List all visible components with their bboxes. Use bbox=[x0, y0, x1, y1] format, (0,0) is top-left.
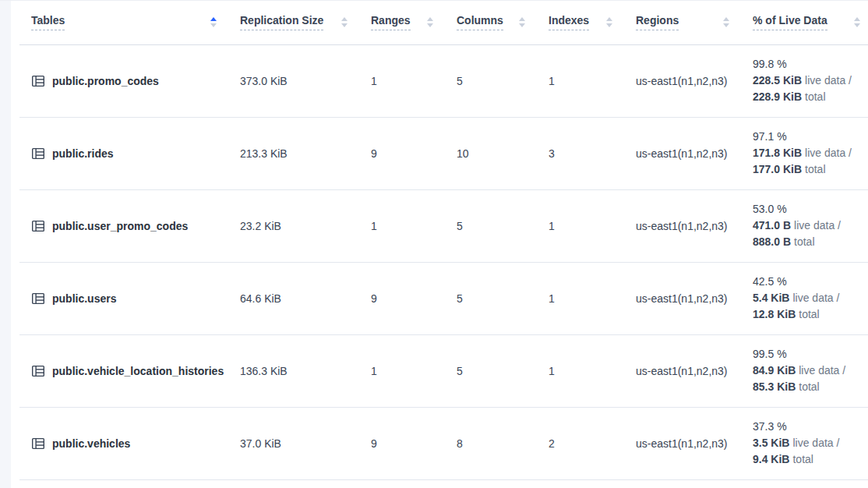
live-data-cell: 53.0 % 471.0 Blive data / 888.0 Btotal bbox=[746, 189, 868, 262]
table-icon bbox=[31, 437, 45, 451]
sort-icon[interactable] bbox=[341, 17, 348, 27]
live-data-cell: 37.3 % 3.5 KiBlive data / 9.4 KiBtotal bbox=[746, 407, 868, 479]
column-header-replication-size[interactable]: Replication Size bbox=[234, 1, 365, 44]
column-header-label: Ranges bbox=[371, 14, 411, 30]
table-name-link[interactable]: public.vehicles bbox=[52, 437, 130, 450]
table-header-row: Tables Replication Size Ranges bbox=[19, 1, 868, 44]
table-row: public.vehicle_location_histories 136.3 … bbox=[19, 334, 868, 407]
regions-cell: us-east1(n1,n2,n3) bbox=[630, 407, 746, 479]
indexes-cell: 1 bbox=[542, 44, 630, 117]
live-size-line: 5.4 KiBlive data / bbox=[753, 290, 862, 306]
columns-cell: 5 bbox=[450, 189, 542, 262]
table-name-link[interactable]: public.vehicle_location_histories bbox=[52, 365, 224, 377]
live-data-cell: 42.5 % 5.4 KiBlive data / 12.8 KiBtotal bbox=[746, 262, 868, 334]
column-header-label: Columns bbox=[457, 14, 503, 30]
column-header-label: Indexes bbox=[549, 14, 589, 30]
table-row: public.promo_codes 373.0 KiB 1 5 1 us-ea… bbox=[19, 44, 868, 117]
table-icon bbox=[31, 74, 45, 88]
total-size-line: 85.3 KiBtotal bbox=[753, 379, 862, 395]
indexes-cell: 1 bbox=[542, 262, 630, 334]
replication-size-cell: 64.6 KiB bbox=[234, 262, 365, 334]
live-percent: 99.8 % bbox=[753, 56, 862, 72]
table-icon bbox=[31, 364, 45, 378]
table-icon bbox=[31, 292, 45, 306]
indexes-cell: 2 bbox=[542, 407, 630, 479]
column-header-ranges[interactable]: Ranges bbox=[365, 1, 450, 44]
table-name-cell: public.user_promo_codes bbox=[19, 189, 234, 262]
ranges-cell: 1 bbox=[365, 44, 450, 117]
sort-icon[interactable] bbox=[606, 17, 612, 27]
table-name-cell: public.rides bbox=[19, 117, 234, 189]
live-size-line: 471.0 Blive data / bbox=[753, 217, 862, 234]
total-size-line: 12.8 KiBtotal bbox=[753, 306, 862, 323]
replication-size-cell: 23.2 KiB bbox=[234, 189, 365, 262]
column-header-live-data[interactable]: % of Live Data bbox=[746, 1, 868, 44]
regions-cell: us-east1(n1,n2,n3) bbox=[630, 334, 746, 407]
column-header-indexes[interactable]: Indexes bbox=[542, 1, 630, 44]
table-name-cell: public.promo_codes bbox=[19, 44, 234, 117]
table-name-link[interactable]: public.promo_codes bbox=[52, 75, 159, 87]
total-size-line: 177.0 KiBtotal bbox=[753, 161, 862, 178]
table-row: public.rides 213.3 KiB 9 10 3 us-east1(n… bbox=[19, 117, 868, 189]
replication-size-cell: 373.0 KiB bbox=[234, 44, 365, 117]
sort-icon[interactable] bbox=[519, 17, 525, 27]
regions-cell: us-east1(n1,n2,n3) bbox=[630, 44, 746, 117]
replication-size-cell: 136.3 KiB bbox=[234, 334, 365, 407]
live-percent: 53.0 % bbox=[753, 201, 862, 217]
regions-cell: us-east1(n1,n2,n3) bbox=[630, 262, 746, 334]
column-header-columns[interactable]: Columns bbox=[450, 1, 542, 44]
ranges-cell: 9 bbox=[365, 407, 450, 479]
ranges-cell: 9 bbox=[365, 262, 450, 334]
page-gutter bbox=[0, 1, 11, 488]
live-percent: 37.3 % bbox=[753, 419, 862, 435]
total-size-line: 9.4 KiBtotal bbox=[753, 451, 862, 468]
live-percent: 42.5 % bbox=[753, 274, 862, 290]
indexes-cell: 1 bbox=[542, 334, 630, 407]
live-size-line: 3.5 KiBlive data / bbox=[753, 435, 862, 451]
tables-table: Tables Replication Size Ranges bbox=[19, 1, 868, 480]
sort-icon[interactable] bbox=[854, 17, 860, 27]
live-data-cell: 99.5 % 84.9 KiBlive data / 85.3 KiBtotal bbox=[746, 334, 868, 407]
columns-cell: 5 bbox=[450, 262, 542, 334]
live-percent: 97.1 % bbox=[753, 129, 862, 145]
table-row: public.vehicles 37.0 KiB 9 8 2 us-east1(… bbox=[19, 407, 868, 479]
live-data-cell: 99.8 % 228.5 KiBlive data / 228.9 KiBtot… bbox=[746, 44, 868, 117]
ranges-cell: 9 bbox=[365, 117, 450, 189]
column-header-label: Regions bbox=[636, 14, 679, 30]
replication-size-cell: 37.0 KiB bbox=[234, 407, 365, 479]
table-icon bbox=[31, 219, 45, 233]
sort-icon[interactable] bbox=[427, 17, 433, 27]
replication-size-cell: 213.3 KiB bbox=[234, 117, 365, 189]
table-name-link[interactable]: public.users bbox=[52, 292, 116, 305]
table-name-cell: public.users bbox=[19, 262, 234, 334]
column-header-label: Replication Size bbox=[240, 14, 323, 30]
ranges-cell: 1 bbox=[365, 334, 450, 407]
total-size-line: 888.0 Btotal bbox=[753, 234, 862, 250]
ranges-cell: 1 bbox=[365, 189, 450, 262]
column-header-label: Tables bbox=[31, 14, 65, 30]
table-name-cell: public.vehicles bbox=[19, 407, 234, 479]
indexes-cell: 1 bbox=[542, 189, 630, 262]
live-percent: 99.5 % bbox=[753, 346, 862, 362]
columns-cell: 10 bbox=[450, 117, 542, 189]
table-row: public.users 64.6 KiB 9 5 1 us-east1(n1,… bbox=[19, 262, 868, 334]
column-header-regions[interactable]: Regions bbox=[630, 1, 746, 44]
live-size-line: 171.8 KiBlive data / bbox=[753, 145, 862, 161]
live-data-cell: 97.1 % 171.8 KiBlive data / 177.0 KiBtot… bbox=[746, 117, 868, 189]
table-row: public.user_promo_codes 23.2 KiB 1 5 1 u… bbox=[19, 189, 868, 262]
total-size-line: 228.9 KiBtotal bbox=[753, 89, 862, 105]
columns-cell: 5 bbox=[450, 334, 542, 407]
table-name-link[interactable]: public.rides bbox=[52, 147, 114, 160]
sort-icon[interactable] bbox=[723, 17, 729, 27]
columns-cell: 8 bbox=[450, 407, 542, 479]
table-name-link[interactable]: public.user_promo_codes bbox=[52, 220, 188, 232]
column-header-label: % of Live Data bbox=[753, 14, 827, 30]
table-icon bbox=[31, 147, 45, 161]
columns-cell: 5 bbox=[450, 44, 542, 117]
regions-cell: us-east1(n1,n2,n3) bbox=[630, 117, 746, 189]
live-size-line: 84.9 KiBlive data / bbox=[753, 362, 862, 379]
tables-page: Tables Replication Size Ranges bbox=[0, 0, 868, 488]
sort-asc-icon[interactable] bbox=[210, 17, 217, 27]
regions-cell: us-east1(n1,n2,n3) bbox=[630, 189, 746, 262]
column-header-tables[interactable]: Tables bbox=[19, 1, 234, 44]
